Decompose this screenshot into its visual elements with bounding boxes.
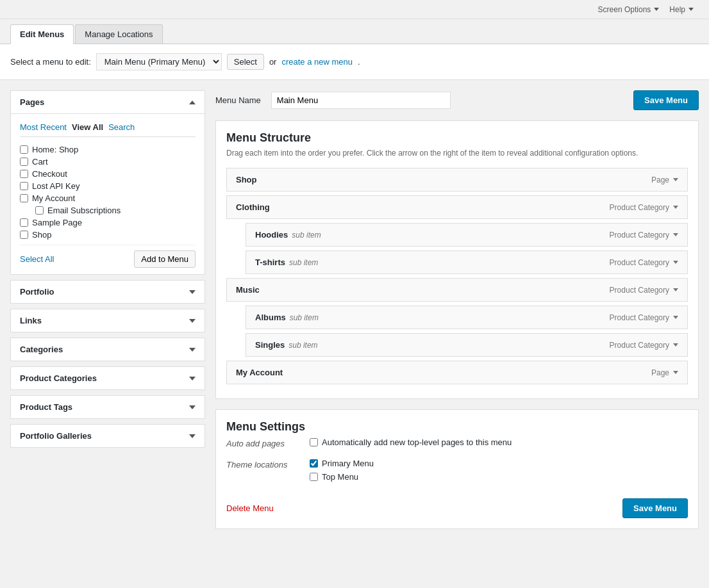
create-new-menu-link[interactable]: create a new menu — [281, 57, 353, 67]
page-checkbox-lost-api[interactable] — [20, 182, 28, 190]
product-categories-accordion-header[interactable]: Product Categories — [11, 367, 204, 389]
menu-item-albums[interactable]: Albums sub item Product Category — [246, 306, 688, 329]
list-item[interactable]: Email Subscriptions — [35, 206, 196, 215]
menu-item-albums-left: Albums sub item — [255, 313, 319, 322]
menu-structure-section: Menu Structure Drag each item into the o… — [215, 120, 699, 399]
menu-item-tshirts-right: Product Category — [610, 258, 678, 267]
page-checkbox-my-account[interactable] — [20, 194, 28, 202]
menu-item-shop[interactable]: Shop Page — [226, 168, 688, 192]
auto-add-pages-label: Auto add pages — [226, 437, 310, 448]
categories-accordion: Categories — [10, 338, 205, 361]
menu-item-singles-chevron-icon[interactable] — [673, 343, 678, 347]
menu-name-input[interactable] — [271, 92, 451, 109]
menu-item-singles-label: Singles — [255, 340, 285, 350]
categories-accordion-header[interactable]: Categories — [11, 338, 204, 361]
menu-item-hoodies-chevron-icon[interactable] — [673, 233, 678, 236]
page-label-email-subscriptions: Email Subscriptions — [47, 206, 121, 215]
top-menu-checkbox[interactable] — [310, 473, 318, 481]
tab-most-recent[interactable]: Most Recent — [20, 120, 72, 134]
tab-edit-menus[interactable]: Edit Menus — [10, 24, 74, 44]
auto-add-pages-row: Auto add pages Automatically add new top… — [226, 437, 688, 451]
list-item[interactable]: My Account — [20, 193, 196, 203]
tab-search[interactable]: Search — [108, 120, 140, 134]
menu-item-singles[interactable]: Singles sub item Product Category — [246, 333, 688, 357]
tab-view-all[interactable]: View All — [72, 120, 108, 134]
save-menu-button-top[interactable]: Save Menu — [633, 90, 699, 110]
select-all-link[interactable]: Select All — [20, 254, 54, 264]
menu-item-shop-chevron-icon[interactable] — [673, 178, 678, 181]
menu-item-tshirts[interactable]: T-shirts sub item Product Category — [246, 250, 688, 274]
list-item[interactable]: Checkout — [20, 169, 196, 179]
delete-menu-link[interactable]: Delete Menu — [226, 503, 274, 513]
save-menu-button-bottom[interactable]: Save Menu — [622, 498, 688, 518]
list-item[interactable]: Sample Page — [20, 218, 196, 227]
screen-options-chevron-icon — [654, 8, 659, 11]
menu-item-tshirts-chevron-icon[interactable] — [673, 261, 678, 264]
menu-item-tshirts-sub-label: sub item — [289, 258, 318, 267]
portfolio-chevron-icon — [189, 290, 196, 294]
create-link-suffix: . — [358, 57, 360, 67]
help-label: Help — [669, 5, 685, 14]
list-item[interactable]: Home: Shop — [20, 145, 196, 154]
select-menu-button[interactable]: Select — [227, 54, 264, 70]
menu-item-music-right: Product Category — [610, 286, 678, 295]
product-categories-accordion: Product Categories — [10, 366, 205, 390]
add-to-menu-button[interactable]: Add to Menu — [134, 250, 196, 268]
page-label-my-account: My Account — [32, 193, 75, 203]
page-checkbox-email-subscriptions[interactable] — [35, 206, 44, 215]
pages-tabs: Most Recent View All Search — [20, 120, 196, 137]
auto-add-pages-checkbox[interactable] — [310, 438, 318, 446]
menu-item-my-account[interactable]: My Account Page — [226, 361, 688, 384]
page-checkbox-checkout[interactable] — [20, 170, 28, 178]
menu-item-hoodies[interactable]: Hoodies sub item Product Category — [246, 223, 688, 247]
list-item[interactable]: Lost API Key — [20, 181, 196, 191]
links-accordion-header[interactable]: Links — [11, 309, 204, 332]
menu-item-hoodies-left: Hoodies sub item — [255, 230, 321, 240]
menu-item-clothing-chevron-icon[interactable] — [673, 206, 678, 209]
menu-item-albums-sub-label: sub item — [290, 313, 319, 322]
menu-item-singles-type: Product Category — [610, 341, 669, 350]
pages-accordion-header[interactable]: Pages — [11, 91, 204, 113]
menu-item-my-account-right: Page — [651, 368, 678, 377]
menu-select-dropdown[interactable]: Main Menu (Primary Menu) — [96, 53, 222, 70]
menu-item-hoodies-sub-label: sub item — [292, 231, 321, 240]
primary-menu-checkbox[interactable] — [310, 459, 318, 468]
page-label-checkout: Checkout — [32, 169, 67, 179]
pages-accordion: Pages Most Recent View All Search Home: … — [10, 90, 205, 275]
portfolio-accordion-header[interactable]: Portfolio — [11, 281, 204, 303]
help-button[interactable]: Help — [664, 3, 699, 17]
menu-item-music-chevron-icon[interactable] — [673, 288, 678, 291]
page-label-cart: Cart — [32, 157, 48, 167]
page-checkbox-sample-page[interactable] — [20, 218, 28, 227]
menu-item-hoodies-type: Product Category — [610, 231, 669, 240]
page-checkbox-cart[interactable] — [20, 158, 28, 166]
menu-item-albums-label: Albums — [255, 313, 286, 322]
links-accordion-title: Links — [20, 316, 42, 325]
menu-item-clothing-type: Product Category — [610, 203, 669, 212]
menu-item-albums-chevron-icon[interactable] — [673, 316, 678, 319]
portfolio-accordion: Portfolio — [10, 280, 205, 304]
menu-selector-bar: Select a menu to edit: Main Menu (Primar… — [0, 44, 709, 80]
page-label-shop: Shop — [32, 230, 51, 240]
pages-accordion-body: Most Recent View All Search Home: Shop C… — [11, 113, 204, 274]
tab-manage-locations[interactable]: Manage Locations — [75, 24, 162, 44]
main-content: Menu Name Save Menu Menu Structure Drag … — [215, 90, 699, 539]
page-checkbox-home-shop[interactable] — [20, 145, 28, 154]
links-accordion: Links — [10, 309, 205, 332]
menu-item-my-account-type: Page — [651, 368, 669, 377]
list-item[interactable]: Cart — [20, 157, 196, 167]
menu-item-albums-type: Product Category — [610, 313, 669, 322]
list-item[interactable]: Shop — [20, 230, 196, 240]
menu-item-clothing[interactable]: Clothing Product Category — [226, 195, 688, 219]
product-tags-accordion-header[interactable]: Product Tags — [11, 396, 204, 418]
product-tags-chevron-icon — [189, 405, 196, 409]
menu-item-my-account-chevron-icon[interactable] — [673, 371, 678, 374]
screen-options-button[interactable]: Screen Options — [593, 3, 665, 17]
page-checkbox-shop[interactable] — [20, 231, 28, 239]
menu-item-albums-right: Product Category — [610, 313, 678, 322]
menu-item-shop-type: Page — [651, 176, 669, 184]
help-chevron-icon — [688, 8, 694, 11]
product-categories-chevron-icon — [189, 377, 196, 380]
portfolio-galleries-accordion-header[interactable]: Portfolio Galleries — [11, 425, 204, 447]
menu-item-music[interactable]: Music Product Category — [226, 278, 688, 302]
